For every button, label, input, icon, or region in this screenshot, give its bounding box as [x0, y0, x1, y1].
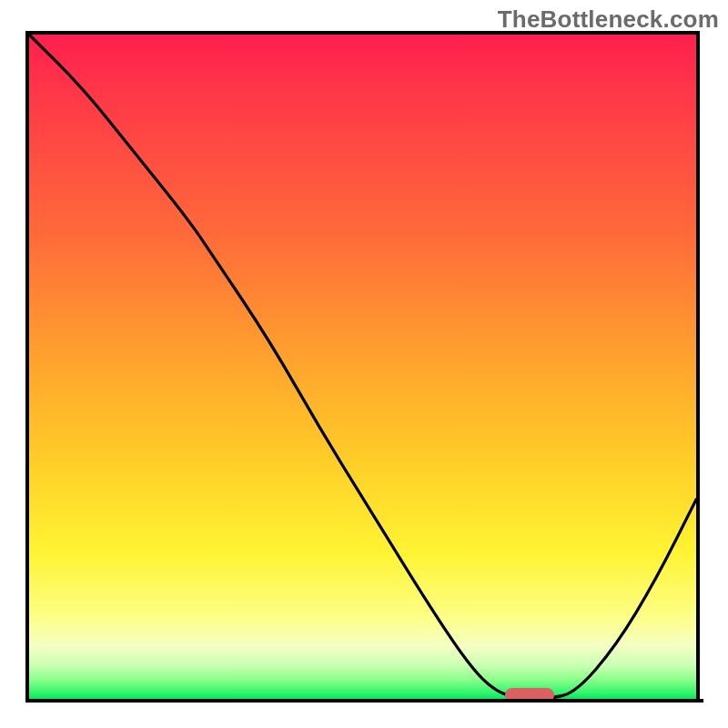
- bottleneck-curve: [29, 35, 696, 699]
- watermark-text: TheBottleneck.com: [498, 5, 719, 34]
- plot-area: [29, 35, 696, 699]
- chart-frame: TheBottleneck.com: [0, 0, 728, 728]
- curve-svg: [29, 35, 696, 699]
- x-axis: [25, 699, 703, 703]
- optimal-marker: [505, 688, 554, 699]
